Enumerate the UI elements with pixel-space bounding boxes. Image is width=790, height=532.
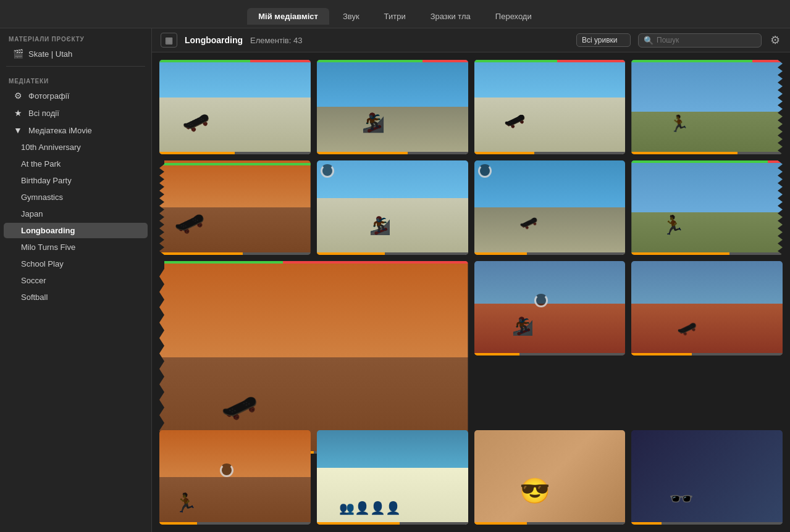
photos-icon: ⚙ [12, 91, 23, 101]
video-thumb-10[interactable]: 🏂 [474, 261, 626, 355]
video-thumb-15[interactable]: 🕶️ [631, 430, 783, 525]
sidebar-item-longboarding[interactable]: Longboarding [4, 223, 148, 238]
video-thumb-1[interactable]: 🛹 [159, 60, 311, 154]
sidebar-item-soccer[interactable]: Soccer [4, 273, 148, 288]
sidebar-item-japan-label: Japan [21, 209, 43, 218]
sidebar-item-10th-anniversary-label: 10th Anniversary [21, 143, 81, 152]
sidebar-item-school-play-label: School Play [21, 259, 64, 268]
gear-icon: ⚙ [770, 34, 780, 46]
sidebar-item-photos[interactable]: ⚙ Фотографії [4, 88, 148, 104]
content-header: ▦ Longboarding Елементів: 43 Всі уривки … [152, 28, 790, 52]
sidebar-item-at-the-park-label: At the Park [21, 159, 61, 168]
search-input[interactable] [657, 36, 756, 44]
sidebar-item-softball[interactable]: Softball [4, 289, 148, 305]
sidebar-item-project[interactable]: 🎬 Skate | Utah [4, 46, 148, 62]
tab-audio[interactable]: Звук [332, 8, 371, 25]
project-section-label: МАТЕРІАЛИ ПРОЄКТУ [0, 28, 151, 45]
sidebar-item-soccer-label: Soccer [21, 276, 46, 285]
sidebar-item-softball-label: Softball [21, 293, 48, 302]
tab-transitions[interactable]: Переходи [484, 8, 543, 25]
content-count: Елементів: 43 [250, 36, 302, 45]
sidebar-item-at-the-park[interactable]: At the Park [4, 156, 148, 172]
tab-titles[interactable]: Титри [373, 8, 417, 25]
sidebar-item-imovie-library-label: Медіатека iMovie [28, 126, 92, 135]
video-thumb-3[interactable]: 🛹 [474, 60, 626, 154]
sidebar-item-gymnastics[interactable]: Gymnastics [4, 189, 148, 205]
sidebar-divider-1 [6, 66, 145, 67]
grid-icon: ▦ [165, 35, 173, 45]
content-title: Longboarding [185, 35, 243, 45]
sidebar-item-birthday-party-label: Birthday Party [21, 176, 72, 185]
search-icon: 🔍 [644, 36, 653, 45]
sidebar-item-10th-anniversary[interactable]: 10th Anniversary [4, 139, 148, 155]
tab-backgrounds[interactable]: Зразки тла [419, 8, 482, 25]
main-layout: МАТЕРІАЛИ ПРОЄКТУ 🎬 Skate | Utah МЕДІАТЕ… [0, 28, 790, 532]
sidebar-item-all-events-label: Всі події [28, 109, 59, 118]
sidebar-item-milo-turns-five[interactable]: Milo Turns Five [4, 239, 148, 255]
video-thumb-12[interactable]: 🏃 [159, 430, 311, 525]
filter-select[interactable]: Всі уривки Вибране Відхилені [576, 33, 631, 47]
video-thumb-13[interactable]: 👥👤👤👤 [317, 430, 468, 525]
sidebar-item-japan[interactable]: Japan [4, 206, 148, 222]
project-label: Skate | Utah [28, 49, 72, 59]
video-thumb-9[interactable]: 🛹 [159, 261, 468, 454]
star-icon: ★ [12, 108, 23, 118]
content-area: ▦ Longboarding Елементів: 43 Всі уривки … [152, 28, 790, 532]
sidebar-item-imovie-library[interactable]: ▼ Медіатека iMovie [4, 122, 148, 138]
sidebar: МАТЕРІАЛИ ПРОЄКТУ 🎬 Skate | Utah МЕДІАТЕ… [0, 28, 152, 532]
video-thumb-6[interactable]: 🏂 [317, 160, 468, 255]
sidebar-item-milo-turns-five-label: Milo Turns Five [21, 243, 75, 252]
video-thumb-5[interactable]: 🛹 [159, 160, 311, 255]
libraries-section-label: МЕДІАТЕКИ [0, 70, 151, 87]
arrow-down-icon: ▼ [12, 125, 23, 135]
grid-toggle-button[interactable]: ▦ [161, 33, 177, 48]
sidebar-item-longboarding-label: Longboarding [21, 226, 75, 235]
sidebar-item-school-play[interactable]: School Play [4, 256, 148, 272]
sidebar-item-birthday-party[interactable]: Birthday Party [4, 173, 148, 188]
search-bar: 🔍 [638, 33, 762, 48]
top-nav: Мій медіавміст Звук Титри Зразки тла Пер… [0, 0, 790, 28]
video-thumb-2[interactable]: 🏂 [317, 60, 468, 154]
video-grid: 🛹 🏂 🛹 🏃 🛹 [152, 52, 790, 532]
sidebar-item-all-events[interactable]: ★ Всі події [4, 105, 148, 121]
video-thumb-14[interactable]: 😎 [474, 430, 626, 525]
sidebar-item-gymnastics-label: Gymnastics [21, 193, 63, 202]
video-thumb-8[interactable]: 🏃 [631, 160, 783, 255]
settings-button[interactable]: ⚙ [769, 32, 781, 48]
movie-icon: 🎬 [12, 49, 23, 59]
video-thumb-11[interactable]: 🛹 [631, 261, 783, 355]
video-thumb-7[interactable]: 🛹 [474, 160, 626, 255]
video-thumb-4[interactable]: 🏃 [631, 60, 783, 154]
sidebar-item-photos-label: Фотографії [28, 91, 69, 101]
tab-my-media[interactable]: Мій медіавміст [247, 8, 329, 25]
